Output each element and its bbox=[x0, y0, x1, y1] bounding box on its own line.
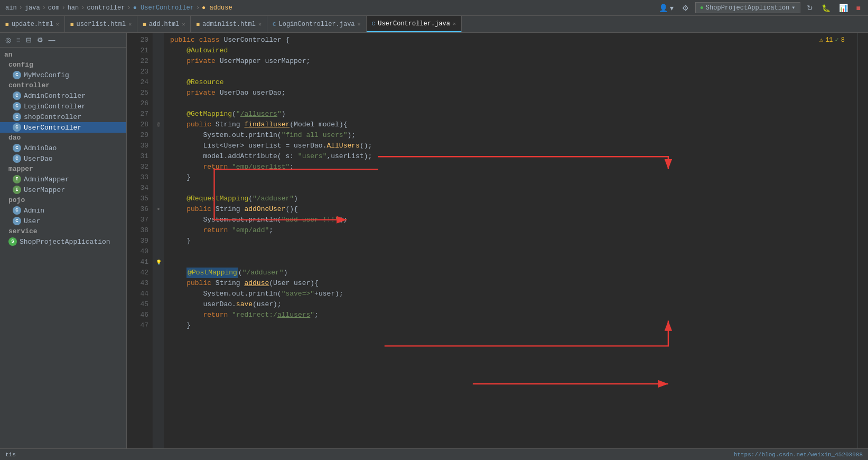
sidebar-item-shopprojectapplication[interactable]: S ShopProjectApplication bbox=[0, 236, 126, 247]
tab-label: UserController.java bbox=[378, 20, 450, 27]
close-icon[interactable]: ✕ bbox=[182, 21, 185, 27]
url-hint[interactable]: https://blog.csdn.net/weixin_45203988 bbox=[734, 452, 863, 458]
tab-label: update.html bbox=[12, 21, 53, 28]
class-icon: C bbox=[13, 102, 21, 111]
sidebar-item-usercontroller[interactable]: C UserController bbox=[0, 122, 126, 133]
close-icon[interactable]: ✕ bbox=[258, 21, 262, 27]
run-config-button[interactable]: ⚙ bbox=[680, 3, 691, 13]
gutter-at-icon: @ bbox=[153, 119, 164, 130]
app-name-label: ShopProjectApplication bbox=[706, 4, 789, 12]
sidebar-item-shopcontroller[interactable]: C shopController bbox=[0, 112, 126, 122]
main-area: ◎ ≡ ⊟ ⚙ — an config C MyMvcConfig contro… bbox=[0, 33, 868, 448]
breadcrumb-java[interactable]: java bbox=[25, 4, 40, 12]
debug-button[interactable]: 🐛 bbox=[819, 3, 833, 13]
sidebar-collapse-button[interactable]: ⊟ bbox=[25, 35, 33, 45]
sidebar-settings-button[interactable]: ⚙ bbox=[36, 35, 44, 45]
coverage-button[interactable]: 📊 bbox=[837, 3, 850, 13]
close-icon[interactable]: ✕ bbox=[453, 21, 456, 27]
tab-logincontroller-java[interactable]: C LoginController.java ✕ bbox=[267, 16, 367, 32]
line-numbers: 20 21 22 23 24 25 26 27 28 29 30 31 32 3… bbox=[127, 33, 153, 448]
sidebar-item-admincontroller[interactable]: C AdminController bbox=[0, 90, 126, 101]
app-name-dropdown[interactable]: ● ShopProjectApplication ▾ bbox=[695, 2, 800, 13]
java-icon: C bbox=[273, 21, 276, 27]
profile-button[interactable]: 👤 ▾ bbox=[657, 3, 676, 13]
sidebar-tree: an config C MyMvcConfig controller C Adm… bbox=[0, 48, 126, 448]
tab-update-html[interactable]: ◼ update.html ✕ bbox=[0, 16, 65, 32]
item-label: shopController bbox=[24, 113, 81, 121]
java-icon: C bbox=[372, 21, 376, 27]
code-line-38: return "emp/add"; bbox=[170, 225, 857, 236]
item-label: UserDao bbox=[24, 155, 53, 163]
sidebar-item-config[interactable]: config bbox=[0, 60, 126, 70]
html-icon: ◼ bbox=[5, 21, 9, 27]
code-line-40 bbox=[170, 246, 857, 257]
code-line-37: System.out.println("add user !!!"); bbox=[170, 215, 857, 225]
gutter-breakpoint: ● bbox=[153, 204, 164, 215]
code-line-41 bbox=[170, 257, 857, 268]
code-area: 20 21 22 23 24 25 26 27 28 29 30 31 32 3… bbox=[127, 33, 868, 448]
sidebar-locate-button[interactable]: ◎ bbox=[4, 35, 12, 45]
item-label: MyMvcConfig bbox=[24, 71, 69, 79]
code-line-39: } bbox=[170, 236, 857, 246]
item-label: AdminDao bbox=[24, 144, 57, 152]
code-line-36: public String addOneUser(){ bbox=[170, 204, 857, 215]
sidebar-item-dao[interactable]: dao bbox=[0, 133, 126, 143]
item-label: UserController bbox=[24, 124, 81, 132]
sidebar-hide-button[interactable]: — bbox=[48, 35, 57, 45]
code-line-22: private UserMapper userMapper; bbox=[170, 56, 857, 67]
sidebar-toolbar: ◎ ≡ ⊟ ⚙ — bbox=[0, 33, 126, 48]
code-line-25: private UserDao userDao; bbox=[170, 88, 857, 98]
interface-icon: I bbox=[13, 175, 21, 183]
breadcrumb-ain[interactable]: ain bbox=[5, 4, 17, 12]
code-line-33: } bbox=[170, 172, 857, 183]
refresh-button[interactable]: ↻ bbox=[805, 3, 815, 13]
tab-usercontroller-java[interactable]: C UserController.java ✕ bbox=[367, 16, 462, 32]
package-label: an bbox=[4, 51, 13, 59]
sidebar-item-logincontroller[interactable]: C LoginController bbox=[0, 101, 126, 112]
class-icon: C bbox=[13, 71, 21, 79]
sidebar-item-service[interactable]: service bbox=[0, 226, 126, 236]
sidebar-item-controller[interactable]: controller bbox=[0, 80, 126, 90]
tab-label: userlist.html bbox=[77, 21, 126, 28]
code-line-32: return "emp/userlist"; bbox=[170, 162, 857, 172]
sidebar-item-adminmapper[interactable]: I AdminMapper bbox=[0, 174, 126, 185]
tab-adminlist-html[interactable]: ◼ adminlist.html ✕ bbox=[191, 16, 267, 32]
code-line-31: model.addAttribute( s: "users",userList)… bbox=[170, 151, 857, 162]
breadcrumb-han[interactable]: han bbox=[68, 4, 79, 12]
sidebar-expand-button[interactable]: ≡ bbox=[15, 35, 22, 45]
sidebar-item-pojo[interactable]: pojo bbox=[0, 195, 126, 205]
code-line-23 bbox=[170, 67, 857, 77]
code-line-47: } bbox=[170, 320, 857, 331]
app-icon: ● bbox=[700, 4, 704, 12]
sidebar-item-mapper[interactable]: mapper bbox=[0, 164, 126, 174]
item-label: UserMapper bbox=[24, 186, 65, 194]
close-icon[interactable]: ✕ bbox=[358, 21, 361, 27]
close-icon[interactable]: ✕ bbox=[128, 21, 132, 27]
tab-add-html[interactable]: ◼ add.html ✕ bbox=[137, 16, 191, 32]
breadcrumb-bar: ain › java › com › han › controller › ● … bbox=[0, 0, 868, 16]
breadcrumb-usercontroller[interactable]: ● UserController bbox=[133, 4, 194, 12]
code-line-28: public String findalluser(Model model){ bbox=[170, 119, 857, 130]
html-icon: ◼ bbox=[70, 21, 74, 27]
code-line-24: @Resource bbox=[170, 77, 857, 88]
tab-userlist-html[interactable]: ◼ userlist.html ✕ bbox=[65, 16, 137, 32]
gutter-icons: @ ● 💡 bbox=[153, 33, 164, 448]
breadcrumb-com[interactable]: com bbox=[48, 4, 60, 12]
breadcrumb-controller[interactable]: controller bbox=[87, 4, 125, 12]
sidebar-item-admin[interactable]: C Admin bbox=[0, 205, 126, 216]
sidebar-item-admindao[interactable]: C AdminDao bbox=[0, 143, 126, 153]
package-label: config bbox=[8, 61, 33, 69]
spring-icon: S bbox=[8, 237, 17, 246]
code-content[interactable]: ⚠ 11 ✓ 8 public class UserController { @… bbox=[164, 33, 857, 448]
code-line-42: @PostMapping("/adduser") bbox=[170, 268, 857, 278]
code-line-21: @Autowired bbox=[170, 45, 857, 56]
breadcrumb-adduse[interactable]: ● adduse bbox=[202, 4, 232, 12]
stop-button[interactable]: ■ bbox=[854, 3, 863, 13]
sidebar-item-usermapper[interactable]: I UserMapper bbox=[0, 185, 126, 195]
sidebar-item-mymvcconfig[interactable]: C MyMvcConfig bbox=[0, 70, 126, 80]
sidebar-item-an[interactable]: an bbox=[0, 50, 126, 60]
close-icon[interactable]: ✕ bbox=[56, 21, 59, 27]
class-icon: C bbox=[13, 113, 21, 121]
sidebar-item-userdao[interactable]: C UserDao bbox=[0, 153, 126, 164]
sidebar-item-user[interactable]: C User bbox=[0, 216, 126, 226]
